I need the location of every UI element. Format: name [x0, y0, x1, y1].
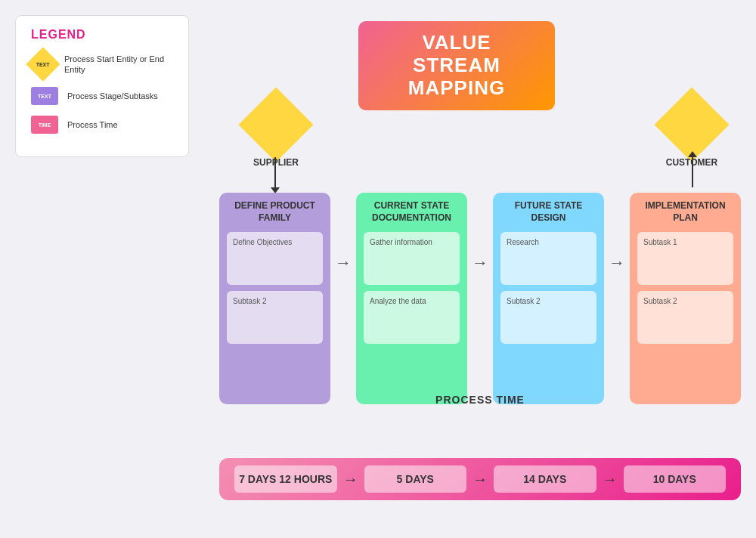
- arrow-2-3: [473, 253, 487, 273]
- time-arrow-0: →: [337, 471, 364, 488]
- supplier-arrow-down: [274, 157, 276, 187]
- supplier-diamond-shape: [239, 88, 314, 162]
- process-col-1: DEFINE PRODUCT FAMILY Define Objectives …: [219, 193, 330, 404]
- legend-item-diamond: TEXT Process Start Entity or End Entity: [31, 52, 173, 76]
- supplier-entity: SUPPLIER: [249, 98, 302, 151]
- pink-label-text: TIME: [39, 122, 51, 128]
- legend-desc-2: Process Time: [67, 119, 118, 130]
- subtask-4-0: Subtask 1: [637, 232, 733, 285]
- arrow-3-4: [610, 253, 624, 273]
- subtask-2-0: Gather information: [364, 232, 460, 285]
- legend-box: LEGEND TEXT Process Start Entity or End …: [15, 15, 189, 157]
- col-1-title: DEFINE PRODUCT FAMILY: [227, 200, 323, 224]
- supplier-diamond-wrapper: SUPPLIER: [249, 98, 302, 154]
- diamond-icon: TEXT: [26, 47, 60, 81]
- legend-desc-1: Process Stage/Subtasks: [67, 91, 158, 101]
- title-text: VALUE STREAM MAPPING: [386, 32, 528, 100]
- legend-desc-0: Process Start Entity or End Entity: [64, 54, 173, 76]
- diagram-area: SUPPLIER CUSTOMER DEFINE PRODUCT FAMILY …: [219, 91, 741, 523]
- purple-rect-icon: TEXT: [31, 87, 58, 105]
- process-col-2: CURRENT STATE DOCUMENTATION Gather infor…: [356, 193, 467, 404]
- legend-item-pink: TIME Process Time: [31, 116, 173, 134]
- col-4-title: IMPLEMENTATION PLAN: [637, 200, 733, 224]
- pink-rect-icon: TIME: [31, 116, 58, 134]
- subtask-1-1: Subtask 2: [227, 291, 323, 344]
- customer-diamond-wrapper: CUSTOMER: [665, 98, 718, 154]
- process-row: DEFINE PRODUCT FAMILY Define Objectives …: [219, 193, 741, 404]
- customer-entity: CUSTOMER: [665, 98, 718, 151]
- process-col-3: FUTURE STATE DESIGN Research Subtask 2: [493, 193, 604, 404]
- time-arrow-2: →: [596, 471, 624, 488]
- legend-item-purple: TEXT Process Stage/Subtasks: [31, 87, 173, 105]
- time-seg-2: 14 DAYS: [494, 465, 596, 493]
- process-time-label: PROCESS TIME: [219, 394, 741, 406]
- time-arrow-1: →: [466, 471, 494, 488]
- customer-arrow-up: [692, 157, 693, 187]
- supplier-label: SUPPLIER: [253, 157, 299, 168]
- subtask-4-1: Subtask 2: [637, 291, 733, 344]
- legend-title: LEGEND: [31, 28, 173, 42]
- col-2-title: CURRENT STATE DOCUMENTATION: [364, 200, 460, 224]
- purple-label-text: TEXT: [38, 94, 51, 99]
- main-container: LEGEND TEXT Process Start Entity or End …: [0, 0, 756, 538]
- subtask-1-0: Define Objectives: [227, 232, 323, 285]
- arrow-1-2: [336, 253, 350, 273]
- time-seg-3: 10 DAYS: [624, 465, 727, 493]
- title-line1: VALUE STREAM: [413, 31, 500, 76]
- subtask-3-1: Subtask 2: [500, 291, 596, 344]
- subtask-3-0: Research: [500, 232, 596, 285]
- time-bar: 7 DAYS 12 HOURS → 5 DAYS → 14 DAYS → 10 …: [219, 458, 741, 500]
- subtask-2-1: Analyze the data: [364, 291, 460, 344]
- time-seg-0: 7 DAYS 12 HOURS: [234, 465, 337, 493]
- col-3-title: FUTURE STATE DESIGN: [500, 200, 596, 224]
- time-seg-1: 5 DAYS: [364, 465, 467, 493]
- diamond-label-text: TEXT: [36, 61, 50, 66]
- process-col-4: IMPLEMENTATION PLAN Subtask 1 Subtask 2: [630, 193, 741, 404]
